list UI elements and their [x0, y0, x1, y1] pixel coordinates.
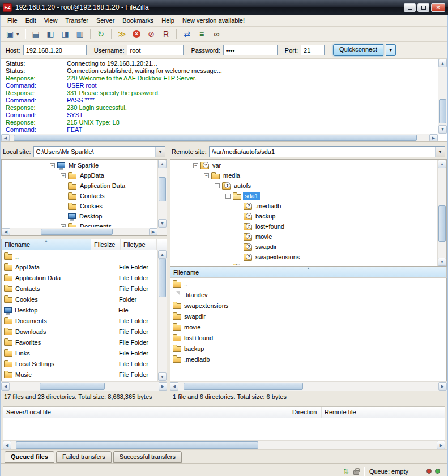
scroll-up-button[interactable]: ▲: [158, 160, 167, 168]
expander-minus-icon[interactable]: −: [193, 163, 198, 168]
tree-item-backup[interactable]: backup: [171, 211, 437, 221]
file-row-downloads[interactable]: DownloadsFile Folder: [2, 326, 157, 337]
scrollbar-thumb[interactable]: [159, 177, 166, 201]
menu-item-server[interactable]: Server: [92, 15, 118, 25]
file-row-application-data[interactable]: Application DataFile Folder: [2, 272, 157, 283]
quickconnect-dropdown-button[interactable]: ▼: [386, 44, 396, 56]
remote-site-input[interactable]: [210, 148, 435, 155]
scroll-left-button[interactable]: ◀: [2, 228, 10, 235]
file-row-desktop[interactable]: DesktopFile: [2, 305, 157, 315]
tree-item-swapextensions[interactable]: swapextensions: [171, 252, 437, 262]
speed-limits-icon[interactable]: ⇅: [343, 468, 349, 475]
column-header-server-local-file[interactable]: Server/Local file: [3, 407, 289, 418]
menu-item-edit[interactable]: Edit: [22, 15, 40, 25]
tree-item-media[interactable]: −media: [171, 170, 437, 181]
tree-item-autofs[interactable]: −autofs: [171, 181, 437, 191]
scroll-right-button[interactable]: ▶: [149, 228, 157, 235]
file-row-backup[interactable]: backup: [171, 343, 446, 354]
password-input[interactable]: [223, 45, 278, 55]
file-row-favorites[interactable]: FavoritesFile Folder: [2, 337, 157, 348]
file-row-swapextensions[interactable]: swapextensions: [171, 300, 446, 311]
file-row-documents[interactable]: DocumentsFile Folder: [2, 315, 157, 326]
maximize-button[interactable]: [417, 3, 429, 12]
scrollbar-thumb[interactable]: [184, 383, 303, 390]
scroll-left-button[interactable]: ◀: [3, 441, 11, 449]
scrollbar-thumb[interactable]: [159, 259, 166, 297]
local-list-vertical-scrollbar[interactable]: ▲ ▼: [157, 250, 167, 381]
scroll-left-button[interactable]: ◀: [170, 382, 178, 391]
column-header-filename[interactable]: ▲Filename: [2, 239, 91, 250]
username-input[interactable]: [127, 45, 184, 55]
tab-queued-files[interactable]: Queued files: [5, 451, 54, 463]
toggle-message-log-button[interactable]: ▤: [29, 28, 42, 40]
scroll-left-button[interactable]: ◀: [1, 134, 10, 141]
file-row-parent-dir[interactable]: ..: [171, 278, 446, 289]
local-site-input[interactable]: [34, 148, 155, 155]
disconnect-button[interactable]: ⊘: [144, 28, 158, 40]
tree-item-contacts[interactable]: Contacts: [2, 191, 157, 201]
local-list-horizontal-scrollbar[interactable]: ◀ ▶: [1, 381, 167, 391]
scroll-right-button[interactable]: ▶: [429, 134, 438, 141]
file-row-parent-dir[interactable]: ..: [2, 251, 157, 261]
toggle-local-tree-button[interactable]: ◧: [44, 28, 57, 40]
scrollbar-thumb[interactable]: [41, 229, 113, 235]
local-tree-vertical-scrollbar[interactable]: ▲ ▼: [157, 160, 167, 228]
queue-horizontal-scrollbar[interactable]: ◀ ▶: [3, 440, 445, 449]
scroll-left-button[interactable]: ◀: [1, 382, 10, 391]
expander-minus-icon[interactable]: −: [50, 163, 55, 168]
chevron-down-icon[interactable]: ▼: [155, 147, 165, 157]
tree-item-cookies[interactable]: Cookies: [2, 201, 157, 211]
file-row-music[interactable]: MusicFile Folder: [2, 369, 157, 380]
scroll-up-button[interactable]: ▲: [158, 250, 167, 259]
minimize-button[interactable]: [404, 3, 416, 12]
scrollbar-thumb[interactable]: [438, 205, 446, 241]
tree-item-mr-sparkle[interactable]: −Mr Sparkle: [2, 160, 157, 170]
scroll-down-button[interactable]: ▼: [438, 125, 447, 134]
menu-item-transfer[interactable]: Transfer: [61, 15, 92, 25]
menu-item-view[interactable]: View: [40, 15, 62, 25]
refresh-button[interactable]: ↻: [94, 28, 108, 40]
tree-item-application-data[interactable]: Application Data: [2, 181, 157, 191]
column-header-filetype[interactable]: Filetype: [121, 239, 157, 250]
file-row-movie[interactable]: movie: [171, 321, 446, 332]
tree-item-appdata[interactable]: +AppData: [2, 170, 157, 181]
tree-item-desktop[interactable]: Desktop: [2, 211, 157, 221]
scrollbar-thumb[interactable]: [439, 99, 446, 123]
menu-item-help[interactable]: Help: [157, 15, 178, 25]
file-row-contacts[interactable]: ContactsFile Folder: [2, 283, 157, 294]
expander-plus-icon[interactable]: +: [61, 173, 66, 178]
tree-item-dvd[interactable]: dvd: [171, 262, 437, 265]
chevron-down-icon[interactable]: ▼: [435, 147, 445, 157]
file-row-swapdir[interactable]: swapdir: [171, 311, 446, 321]
file-row-titandev[interactable]: .titandev: [171, 289, 446, 300]
menu-item-bookmarks[interactable]: Bookmarks: [118, 15, 157, 25]
menu-item-new-version-available[interactable]: New version available!: [178, 15, 249, 25]
toggle-remote-tree-button[interactable]: ◨: [58, 28, 72, 40]
remote-site-combobox[interactable]: ▼: [209, 146, 445, 157]
file-row-cookies[interactable]: CookiesFolder: [2, 294, 157, 305]
reconnect-button[interactable]: R: [159, 28, 173, 40]
close-button[interactable]: ×: [431, 3, 445, 12]
remote-tree-vertical-scrollbar[interactable]: ▲ ▼: [437, 160, 446, 266]
toggle-queue-button[interactable]: ▥: [73, 28, 87, 40]
scroll-right-button[interactable]: ▶: [159, 382, 167, 391]
local-tree-horizontal-scrollbar[interactable]: ◀ ▶: [2, 228, 157, 235]
tree-item-sda1[interactable]: −sda1: [171, 191, 437, 201]
tab-successful-transfers[interactable]: Successful transfers: [113, 451, 182, 463]
scroll-up-button[interactable]: ▲: [438, 160, 446, 168]
scroll-down-button[interactable]: ▼: [158, 372, 167, 381]
remote-list-horizontal-scrollbar[interactable]: ◀ ▶: [170, 381, 447, 391]
message-log-horizontal-scrollbar[interactable]: ◀ ▶: [1, 134, 438, 141]
tree-item-swapdir[interactable]: swapdir: [171, 242, 437, 252]
tree-item-var[interactable]: −var: [171, 160, 437, 170]
expander-minus-icon[interactable]: −: [225, 194, 231, 199]
scroll-down-button[interactable]: ▼: [158, 219, 167, 228]
scroll-right-button[interactable]: ▶: [438, 382, 447, 391]
file-row-mediadb[interactable]: .mediadb: [171, 354, 446, 364]
sync-browsing-button[interactable]: ⇄: [180, 28, 194, 40]
host-input[interactable]: [23, 45, 87, 55]
directory-comparison-button[interactable]: ≡: [195, 28, 208, 40]
expander-plus-icon[interactable]: +: [61, 224, 66, 228]
process-queue-button[interactable]: ≫: [115, 28, 129, 40]
file-row-appdata[interactable]: AppDataFile Folder: [2, 261, 157, 272]
